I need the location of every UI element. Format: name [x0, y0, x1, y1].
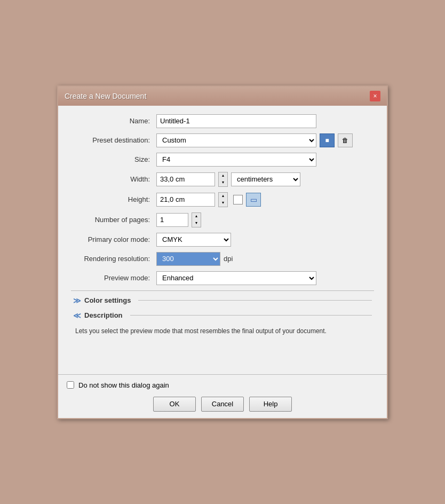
pages-up-button[interactable]: ▴	[192, 213, 201, 220]
description-header[interactable]: ≪ Description	[71, 308, 374, 323]
lock-aspect-checkbox[interactable]	[233, 195, 243, 204]
width-down-button[interactable]: ▾	[219, 179, 227, 186]
width-controls: ▴ ▾ centimeters inches pixels mm	[156, 172, 374, 187]
pages-down-button[interactable]: ▾	[192, 220, 201, 227]
resolution-select[interactable]: 72 96 150 300 600	[156, 252, 220, 266]
preset-select[interactable]: Custom Print Web Mobile	[156, 133, 316, 147]
color-settings-header[interactable]: ≫ Color settings	[71, 293, 374, 308]
separator-1	[71, 290, 374, 291]
resolution-row: Rendering resolution: 72 96 150 300 600 …	[71, 252, 374, 266]
preview-row: Preview mode: Enhanced Normal None	[71, 271, 374, 285]
width-row: Width: ▴ ▾ centimeters inches pixels mm	[71, 172, 374, 187]
size-select[interactable]: F4 A4 A3 Letter	[156, 153, 316, 167]
width-label: Width:	[71, 175, 156, 183]
dialog-body: Name: Preset destination: Custom Print W…	[58, 106, 387, 374]
width-input[interactable]	[156, 172, 215, 186]
dialog-title: Create a New Document	[65, 92, 146, 100]
landscape-button[interactable]: ▭	[246, 193, 261, 207]
pages-controls: ▴ ▾	[156, 212, 374, 227]
width-spinner: ▴ ▾	[218, 172, 228, 187]
color-select[interactable]: CMYK RGB Grayscale	[156, 233, 231, 247]
preview-label: Preview mode:	[71, 274, 156, 282]
color-controls: CMYK RGB Grayscale	[156, 233, 374, 247]
name-row: Name:	[71, 114, 374, 128]
cancel-button[interactable]: Cancel	[201, 397, 244, 412]
size-controls: F4 A4 A3 Letter	[156, 153, 374, 167]
height-controls: ▴ ▾ ▭	[156, 192, 374, 207]
dialog-footer: Do not show this dialog again OK Cancel …	[58, 374, 387, 418]
height-label: Height:	[71, 195, 156, 203]
no-show-label[interactable]: Do not show this dialog again	[78, 381, 169, 389]
pages-input[interactable]	[156, 213, 188, 227]
description-text: Lets you select the preview mode that mo…	[71, 323, 374, 366]
help-button[interactable]: Help	[249, 397, 292, 412]
color-label: Primary color mode:	[71, 235, 156, 243]
close-button[interactable]: ×	[370, 91, 380, 101]
color-row: Primary color mode: CMYK RGB Grayscale	[71, 233, 374, 247]
height-up-button[interactable]: ▴	[219, 193, 227, 200]
height-down-button[interactable]: ▾	[219, 200, 227, 207]
name-label: Name:	[71, 117, 156, 125]
preview-select[interactable]: Enhanced Normal None	[156, 271, 316, 285]
description-label: Description	[84, 311, 123, 319]
name-input[interactable]	[156, 114, 316, 128]
delete-preset-icon: 🗑	[342, 137, 348, 144]
pages-spinner: ▴ ▾	[192, 212, 201, 227]
landscape-icon: ▭	[250, 195, 257, 204]
name-controls	[156, 114, 374, 128]
color-settings-icon: ≫	[73, 296, 81, 305]
height-input[interactable]	[156, 193, 215, 207]
ok-button[interactable]: OK	[153, 397, 196, 412]
dpi-label: dpi	[224, 255, 233, 263]
resolution-controls: 72 96 150 300 600 dpi	[156, 252, 374, 266]
preview-controls: Enhanced Normal None	[156, 271, 374, 285]
color-settings-label: Color settings	[84, 296, 131, 304]
unit-select[interactable]: centimeters inches pixels mm	[231, 172, 300, 186]
checkbox-row: Do not show this dialog again	[67, 381, 378, 389]
preset-row: Preset destination: Custom Print Web Mob…	[71, 133, 374, 147]
save-preset-icon: ■	[325, 137, 329, 144]
button-row: OK Cancel Help	[67, 397, 378, 412]
width-up-button[interactable]: ▴	[219, 172, 227, 179]
height-spinner: ▴ ▾	[218, 192, 228, 207]
pages-label: Number of pages:	[71, 216, 156, 224]
delete-preset-button[interactable]: 🗑	[338, 133, 353, 147]
size-row: Size: F4 A4 A3 Letter	[71, 153, 374, 167]
height-row: Height: ▴ ▾ ▭	[71, 192, 374, 207]
preset-label: Preset destination:	[71, 136, 156, 144]
pages-row: Number of pages: ▴ ▾	[71, 212, 374, 227]
dialog-titlebar: Create a New Document ×	[58, 86, 387, 106]
dialog: Create a New Document × Name: Preset des…	[57, 85, 388, 419]
preset-controls: Custom Print Web Mobile ■ 🗑	[156, 133, 374, 147]
description-icon: ≪	[73, 311, 81, 320]
no-show-checkbox[interactable]	[67, 381, 74, 389]
save-preset-button[interactable]: ■	[320, 133, 335, 147]
dialog-wrapper: Create a New Document × Name: Preset des…	[0, 0, 445, 504]
resolution-label: Rendering resolution:	[71, 255, 156, 263]
size-label: Size:	[71, 155, 156, 163]
